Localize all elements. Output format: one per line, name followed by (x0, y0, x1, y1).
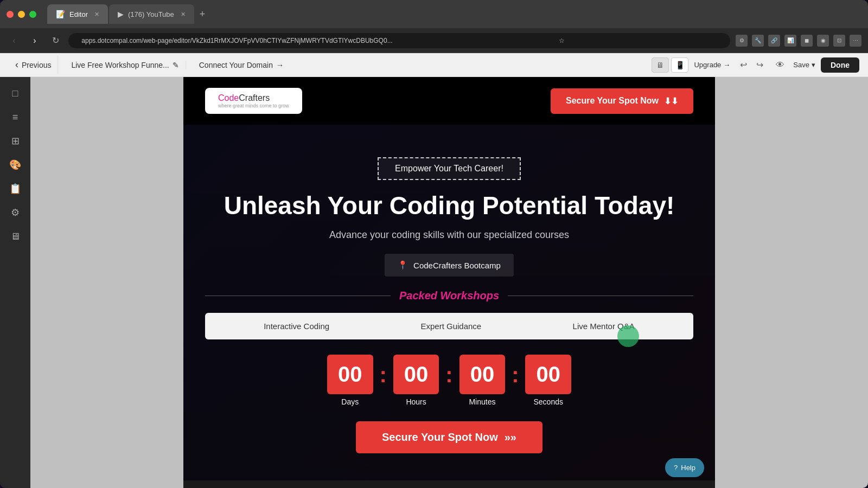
upgrade-arrow-icon: → (723, 61, 730, 69)
location-label: CodeCrafters Bootcamp (413, 261, 501, 270)
url-text: apps.dotcompal.com/web-page/editor/VkZkd… (75, 37, 399, 44)
logo-code-text: Code (218, 93, 239, 102)
logo-box: CodeCrafters where great minds come to g… (205, 88, 302, 114)
tab-youtube-close[interactable]: ✕ (181, 11, 186, 18)
maximize-button[interactable] (29, 11, 36, 18)
new-tab-button[interactable]: + (195, 9, 210, 20)
sidebar-layers-icon[interactable]: □ (5, 84, 25, 103)
countdown-days-label: Days (341, 397, 359, 406)
tab-editor-label: Editor (69, 10, 88, 18)
undo-redo-buttons: ↩ ↪ (736, 57, 767, 73)
help-label: Help (681, 464, 695, 472)
previous-label: Previous (22, 61, 51, 69)
tab-youtube[interactable]: ▶ (176) YouTube ✕ (109, 4, 194, 24)
page-preview: CodeCrafters where great minds come to g… (183, 77, 715, 488)
navbar: ‹ › ↻ apps.dotcompal.com/web-page/editor… (0, 28, 868, 53)
tab-youtube-label: (176) YouTube (128, 10, 174, 18)
countdown-seconds-value: 00 (525, 355, 571, 394)
funnel-name-text: Live Free Workshop Funne... (71, 61, 169, 69)
countdown-sep-3: : (512, 363, 519, 387)
empower-badge-text: Empower Your Tech Career! (395, 164, 503, 173)
close-button[interactable] (7, 11, 14, 18)
save-dropdown-icon: ▾ (812, 61, 815, 69)
back-button[interactable]: ‹ (7, 33, 22, 48)
countdown-seconds-label: Seconds (533, 397, 563, 406)
countdown-minutes-label: Minutes (469, 397, 495, 406)
editor-toolbar: Previous Live Free Workshop Funne... ✎ C… (0, 53, 868, 77)
upgrade-label: Upgrade (694, 61, 721, 69)
page-header: CodeCrafters where great minds come to g… (183, 77, 715, 125)
undo-button[interactable]: ↩ (736, 57, 751, 73)
extension-icon-3[interactable]: 🔗 (768, 35, 780, 47)
done-button[interactable]: Done (821, 57, 859, 73)
help-circle-icon: ? (674, 464, 678, 472)
redo-button[interactable]: ↪ (752, 57, 767, 73)
view-toggle: 🖥 📱 (652, 57, 688, 73)
url-bar[interactable]: apps.dotcompal.com/web-page/editor/VkZkd… (68, 33, 730, 48)
packed-left-line (205, 296, 391, 296)
extension-icon-1[interactable]: ⚙ (736, 35, 748, 47)
canvas-area[interactable]: CodeCrafters where great minds come to g… (30, 77, 868, 488)
countdown-hours-label: Hours (406, 397, 426, 406)
extension-icon-2[interactable]: 🔧 (752, 35, 764, 47)
more-icon[interactable]: ⋯ (850, 35, 861, 47)
logo-crafters-text: Crafters (239, 93, 270, 102)
sidebar-design-icon[interactable]: 🎨 (5, 155, 25, 175)
mobile-view-button[interactable]: 📱 (671, 57, 688, 73)
sidebar-sections-icon[interactable]: ≡ (5, 107, 25, 127)
countdown-hours: 00 Hours (393, 355, 439, 406)
empower-badge: Empower Your Tech Career! (378, 157, 521, 180)
main-cta-icon: »» (505, 431, 516, 444)
refresh-button[interactable]: ↻ (48, 33, 63, 48)
countdown-days: 00 Days (327, 355, 373, 406)
left-sidebar: □ ≡ ⊞ 🎨 📋 ⚙ 🖥 (0, 77, 30, 488)
domain-arrow-icon: → (276, 61, 284, 69)
previous-button[interactable]: Previous (9, 56, 58, 74)
extension-icon-6[interactable]: ◉ (817, 35, 829, 47)
help-button[interactable]: ? Help (665, 458, 704, 477)
preview-button[interactable]: 👁 (773, 57, 788, 73)
location-pin-icon: 📍 (398, 260, 408, 270)
logo-tagline: where great minds come to grow (218, 103, 289, 108)
bookmark-icon[interactable]: ☆ (399, 37, 724, 44)
countdown-sep-2: : (445, 363, 452, 387)
forward-button[interactable]: › (27, 33, 42, 48)
page-footer: © 2025. All rights reserved to Saglus In… (183, 480, 715, 488)
cursor-indicator (617, 325, 639, 347)
minimize-button[interactable] (18, 11, 25, 18)
tab-bar: 📝 Editor ✕ ▶ (176) YouTube ✕ + (47, 0, 209, 28)
sidebar-settings-icon[interactable]: ⚙ (5, 203, 25, 222)
hero-title: Unleash Your Coding Potential Today! (205, 191, 693, 221)
packed-section: Packed Workshops (205, 290, 693, 302)
extension-icon-7[interactable]: ⊡ (833, 35, 845, 47)
header-cta-button[interactable]: Secure Your Spot Now ⬇⬇ (551, 88, 693, 114)
tab-youtube-favicon: ▶ (118, 10, 124, 18)
browser-window: 📝 Editor ✕ ▶ (176) YouTube ✕ + ‹ › ↻ app… (0, 0, 868, 488)
countdown-timer: 00 Days : 00 Hours : 00 Minutes (205, 355, 693, 406)
logo: CodeCrafters (218, 93, 289, 103)
toolbar-right: 🖥 📱 Upgrade → ↩ ↪ 👁 Save ▾ Done (652, 57, 859, 73)
tab-editor-close[interactable]: ✕ (94, 11, 99, 18)
hero-subtitle: Advance your coding skills with our spec… (205, 229, 693, 241)
desktop-view-button[interactable]: 🖥 (652, 57, 669, 73)
extension-icon-5[interactable]: ◼ (801, 35, 813, 47)
feature-interactive-coding: Interactive Coding (264, 322, 329, 331)
funnel-name[interactable]: Live Free Workshop Funne... ✎ (65, 61, 186, 69)
sidebar-pages-icon[interactable]: 📋 (5, 179, 25, 198)
connect-domain-link[interactable]: Connect Your Domain → (193, 61, 290, 69)
funnel-edit-icon[interactable]: ✎ (173, 61, 179, 69)
save-button[interactable]: Save ▾ (793, 61, 815, 69)
traffic-lights (7, 11, 36, 18)
countdown-minutes: 00 Minutes (459, 355, 506, 406)
editor-main: □ ≡ ⊞ 🎨 📋 ⚙ 🖥 CodeCrafters where great m… (0, 77, 868, 488)
extension-icon-4[interactable]: 📊 (784, 35, 796, 47)
packed-right-line (508, 296, 693, 296)
sidebar-responsive-icon[interactable]: 🖥 (5, 227, 25, 246)
sidebar-blocks-icon[interactable]: ⊞ (5, 131, 25, 151)
main-cta-button[interactable]: Secure Your Spot Now »» (356, 421, 542, 453)
nav-extension-icons: ⚙ 🔧 🔗 📊 ◼ ◉ ⊡ ⋯ (736, 35, 861, 47)
packed-label: Packed Workshops (399, 290, 499, 302)
tab-editor[interactable]: 📝 Editor ✕ (47, 4, 108, 24)
tab-editor-favicon: 📝 (56, 10, 65, 18)
upgrade-button[interactable]: Upgrade → (694, 61, 730, 69)
